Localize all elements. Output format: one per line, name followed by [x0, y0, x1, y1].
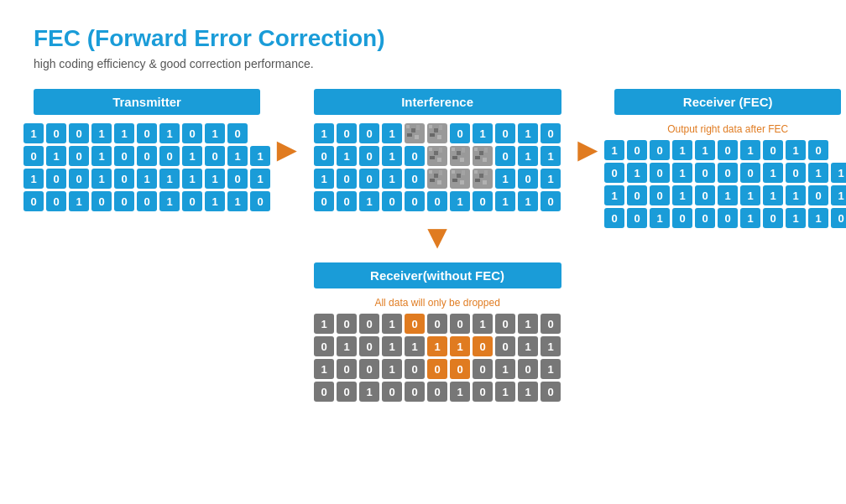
transmitter-label: Transmitter — [34, 89, 260, 115]
bit-cell: 1 — [227, 146, 248, 166]
table-row: 0 0 1 0 0 0 1 0 1 1 0 — [314, 382, 561, 402]
bit-cell: 0 — [159, 146, 180, 166]
bit-cell: 0 — [114, 191, 134, 211]
bit-cell: 1 — [540, 146, 561, 166]
bit-cell: 0 — [182, 191, 202, 211]
bit-cell-error: 0 — [427, 359, 447, 379]
bit-cell: 1 — [740, 208, 760, 228]
bit-cell: 0 — [627, 208, 647, 228]
bit-cell: 1 — [540, 169, 561, 189]
table-row: 1 0 0 1 1 0 1 0 1 0 — [604, 140, 846, 160]
bit-cell: 1 — [672, 185, 692, 205]
table-row: 0 1 0 1 0 0 0 1 0 1 1 — [604, 163, 846, 183]
bit-cell: 1 — [227, 191, 248, 211]
bit-cell: 1 — [518, 146, 538, 166]
bit-cell: 1 — [314, 359, 334, 379]
bit-cell: 1 — [831, 185, 846, 205]
table-row: 1 0 0 1 0 0 0 0 1 0 1 — [314, 359, 561, 379]
table-row: 1 0 0 1 1 0 1 0 1 0 — [24, 123, 270, 143]
bit-cell: 1 — [382, 336, 402, 356]
bit-cell: 1 — [159, 169, 180, 189]
bit-cell: 1 — [473, 314, 493, 334]
bit-cell: 1 — [24, 169, 44, 189]
bit-cell: 0 — [337, 314, 357, 334]
bit-cell: 0 — [763, 208, 783, 228]
bit-cell: 1 — [695, 140, 715, 160]
bit-cell: 0 — [405, 359, 425, 379]
bit-cell: 0 — [495, 123, 515, 143]
bit-cell: 0 — [427, 191, 447, 211]
bit-cell: 0 — [518, 169, 538, 189]
table-row: 1 0 0 1 0 1 0 1 0 — [314, 123, 561, 143]
bit-cell: 1 — [740, 140, 760, 160]
transmitter-grid: 1 0 0 1 1 0 1 0 1 0 0 1 0 1 0 0 0 1 — [24, 123, 270, 211]
table-row: 1 0 0 1 0 1 0 1 — [314, 169, 561, 189]
bit-cell-error: 0 — [473, 336, 493, 356]
bit-cell: 1 — [495, 382, 515, 402]
receiver-fec-note: Output right data after FEC — [667, 123, 788, 135]
bit-cell-error: 1 — [427, 336, 447, 356]
bit-cell: 1 — [450, 191, 470, 211]
bit-cell: 0 — [46, 123, 66, 143]
bit-cell: 0 — [763, 140, 783, 160]
bit-cell: 0 — [137, 123, 157, 143]
bit-cell: 1 — [540, 359, 561, 379]
bit-cell: 1 — [114, 123, 134, 143]
bit-cell: 1 — [518, 191, 538, 211]
bit-cell: 0 — [495, 314, 515, 334]
bit-cell: 0 — [137, 191, 157, 211]
bit-cell: 0 — [227, 169, 248, 189]
bit-cell: 1 — [182, 169, 202, 189]
bit-cell: 1 — [718, 185, 738, 205]
bit-cell: 1 — [808, 208, 828, 228]
receiver-fec-label: Receiver (FEC) — [614, 89, 841, 115]
bit-cell: 0 — [650, 185, 670, 205]
bit-cell: 1 — [763, 163, 783, 183]
bit-cell: 0 — [405, 169, 425, 189]
bit-cell: 0 — [650, 163, 670, 183]
bit-cell: 1 — [450, 382, 470, 402]
receiver-no-fec-grid: 1 0 0 1 0 0 0 1 0 1 0 0 1 0 1 — [314, 314, 561, 402]
bit-cell: 0 — [540, 314, 561, 334]
bit-cell: 1 — [627, 163, 647, 183]
bit-cell: 0 — [314, 191, 334, 211]
bit-cell: 0 — [540, 191, 561, 211]
bit-cell: 0 — [604, 163, 624, 183]
bit-cell: 0 — [359, 359, 379, 379]
interference-grid: 1 0 0 1 0 1 0 1 0 0 1 0 1 — [314, 123, 561, 211]
bit-cell: 0 — [69, 146, 89, 166]
bit-cell: 0 — [740, 163, 760, 183]
bit-cell: 1 — [382, 146, 402, 166]
bit-cell: 0 — [359, 314, 379, 334]
bit-cell: 1 — [518, 336, 538, 356]
bit-cell: 0 — [450, 314, 470, 334]
bit-cell: 0 — [314, 146, 334, 166]
bit-cell: 0 — [495, 336, 515, 356]
bit-cell: 1 — [473, 123, 493, 143]
bit-cell: 0 — [91, 191, 112, 211]
bit-cell: 0 — [24, 191, 44, 211]
bit-cell: 0 — [831, 208, 846, 228]
bit-cell: 0 — [518, 359, 538, 379]
diagram: Transmitter 1 0 0 1 1 0 1 0 1 0 0 1 0 1 — [34, 89, 812, 402]
bit-cell: 1 — [518, 382, 538, 402]
bit-cell: 1 — [518, 314, 538, 334]
bit-cell: 0 — [808, 140, 828, 160]
bit-cell: 0 — [69, 169, 89, 189]
bit-cell-noisy — [450, 169, 470, 189]
bit-cell: 0 — [382, 382, 402, 402]
table-row: 1 0 0 1 0 0 0 1 0 1 0 — [314, 314, 561, 334]
bit-cell: 0 — [473, 359, 493, 379]
bit-cell: 1 — [137, 169, 157, 189]
bit-cell: 1 — [159, 191, 180, 211]
table-row: 0 1 0 1 1 1 1 0 0 1 1 — [314, 336, 561, 356]
table-row: 0 1 0 1 0 0 0 1 0 1 1 — [24, 146, 270, 166]
bit-cell: 0 — [359, 336, 379, 356]
bit-cell: 1 — [672, 163, 692, 183]
bit-cell: 1 — [205, 123, 225, 143]
bit-cell: 0 — [337, 123, 357, 143]
table-row: 1 0 0 1 0 1 1 1 1 0 1 — [24, 169, 270, 189]
receiver-no-fec-note: All data will only be dropped — [374, 297, 499, 309]
bit-cell: 1 — [314, 314, 334, 334]
bit-cell: 0 — [473, 382, 493, 402]
